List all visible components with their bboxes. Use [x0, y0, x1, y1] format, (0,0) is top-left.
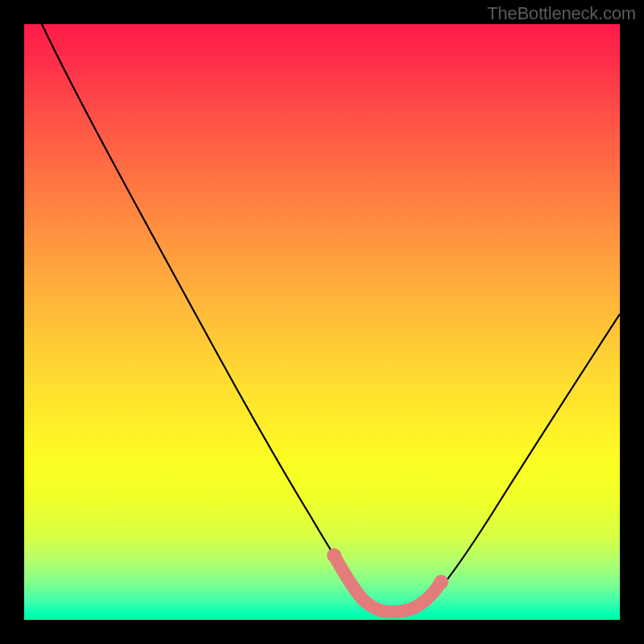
bottleneck-curve-svg: [24, 24, 620, 620]
highlight-dot-right: [434, 575, 448, 589]
highlight-dot-left: [327, 548, 341, 563]
chart-container: TheBottleneck.com: [0, 0, 644, 644]
watermark-text: TheBottleneck.com: [487, 3, 636, 24]
highlight-band-path: [334, 555, 441, 612]
bottleneck-curve-path: [42, 24, 620, 612]
